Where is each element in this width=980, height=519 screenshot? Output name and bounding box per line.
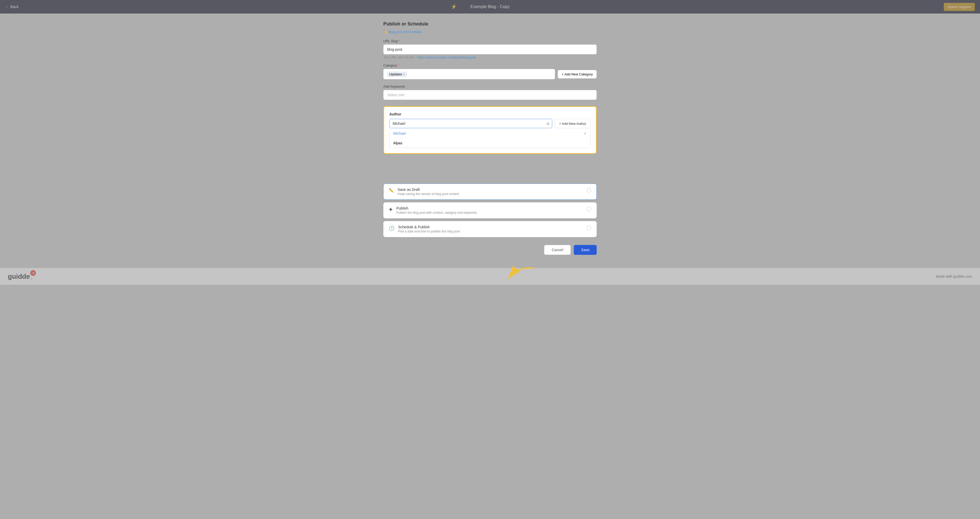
footer-made-with: Made with guidde.com <box>936 274 972 278</box>
url-slug-label: URL Slug * <box>383 39 597 43</box>
url-hint-link[interactable]: https://www.example.com/blog/b/blog-post <box>418 56 476 59</box>
save-draft-item[interactable]: ✏️ Save as Draft Keep saving the version… <box>383 184 597 200</box>
author-section: Author ⊗ + Add New Author Michael ✓ Alpa… <box>383 106 597 154</box>
author-option-michael[interactable]: Michael ✓ <box>390 129 590 138</box>
add-category-button[interactable]: + Add New Category <box>558 70 597 79</box>
publish-icon: ✈ <box>389 207 393 213</box>
schedule-title: Schedule & Publish <box>398 225 583 229</box>
guidde-logo: guidde . 28 <box>8 272 33 281</box>
publish-title: Publish <box>396 206 583 210</box>
clear-icon[interactable]: ⊗ <box>546 121 550 126</box>
category-select[interactable]: Updates × <box>383 69 555 79</box>
category-row: Updates × + Add New Category <box>383 69 597 79</box>
category-tag: Updates × <box>387 71 407 77</box>
remove-category-icon[interactable]: × <box>403 72 405 76</box>
draft-radio[interactable] <box>587 188 591 193</box>
author-name-alpas: Alpas <box>393 141 402 145</box>
url-slug-input[interactable] <box>383 44 597 54</box>
add-author-button[interactable]: + Add New Author <box>555 119 591 128</box>
publish-desc: Publish the blog post with content, cate… <box>396 211 583 214</box>
publish-radio[interactable] <box>587 207 591 211</box>
seo-link-text: Blog post SEO details <box>388 30 421 34</box>
schedule-item[interactable]: 🕐 Schedule & Publish Pick a date and tim… <box>383 221 597 237</box>
author-input-wrapper: ⊗ <box>389 119 552 128</box>
guidde-logo-text: guidde <box>8 273 30 281</box>
draft-desc: Keep saving the version of blog post con… <box>398 192 583 196</box>
author-input-row: ⊗ + Add New Author <box>389 119 591 128</box>
check-icon: ✓ <box>584 131 587 135</box>
draft-title: Save as Draft <box>398 187 583 192</box>
keywords-select[interactable]: Select one <box>383 90 597 100</box>
pencil-icon: ✏️ <box>383 30 387 34</box>
author-label: Author <box>389 112 591 116</box>
footer: guidde . 28 Made with guidde.com <box>0 268 980 285</box>
lightning-icon: ⚡ <box>451 4 457 10</box>
back-button[interactable]: ← Back <box>5 5 19 9</box>
action-section: ✏️ Save as Draft Keep saving the version… <box>383 184 597 237</box>
schedule-content: Schedule & Publish Pick a date and time … <box>398 225 583 233</box>
draft-content: Save as Draft Keep saving the version of… <box>398 187 583 196</box>
author-dropdown: Michael ✓ Alpas <box>389 129 591 148</box>
keywords-placeholder: Select one <box>387 93 404 97</box>
url-hint: Your URL will look like: - https://www.e… <box>383 56 597 59</box>
notification-badge: 28 <box>30 270 36 276</box>
bottom-actions: Cancel Save <box>383 245 597 260</box>
back-arrow-icon: ← <box>5 5 9 9</box>
draft-icon: ✏️ <box>389 188 394 193</box>
schedule-radio[interactable] <box>587 225 591 230</box>
publish-content: Publish Publish the blog post with conte… <box>396 206 583 214</box>
seo-link[interactable]: ✏️ Blog post SEO details <box>383 30 597 34</box>
author-option-alpas[interactable]: Alpas <box>390 138 590 148</box>
category-label: Category * <box>383 63 597 67</box>
page-title: Example Blog - Copy <box>471 5 509 9</box>
keywords-label: Add Keywords <box>383 84 597 89</box>
top-bar: ← Back ⚡ Example Blog - Copy topline Sup… <box>0 0 980 14</box>
save-button[interactable]: Save <box>574 245 597 255</box>
schedule-icon: 🕐 <box>389 225 395 231</box>
author-name-michael: Michael <box>393 131 406 135</box>
schedule-desc: Pick a date and time to publish this blo… <box>398 230 583 233</box>
publish-item[interactable]: ✈ Publish Publish the blog post with con… <box>383 202 597 218</box>
cancel-button[interactable]: Cancel <box>544 245 571 255</box>
author-input[interactable] <box>389 119 552 128</box>
back-label: Back <box>10 5 19 9</box>
section-title: Publish or Schedule <box>383 21 597 27</box>
support-button[interactable]: topline Support <box>944 3 975 11</box>
